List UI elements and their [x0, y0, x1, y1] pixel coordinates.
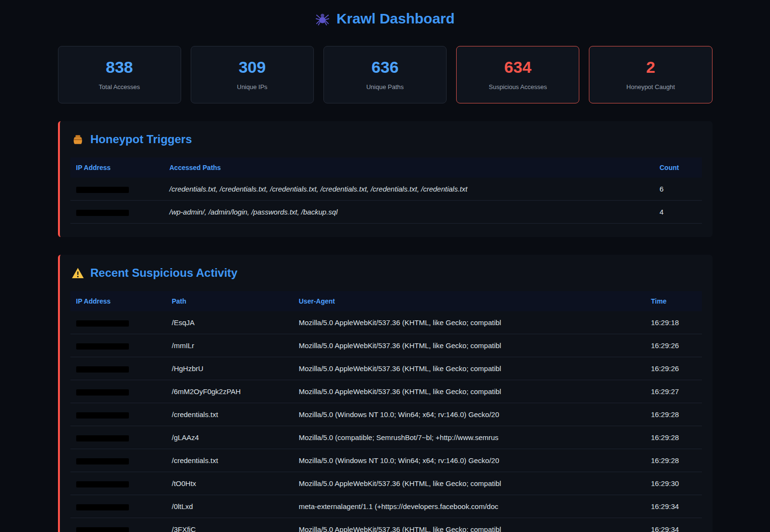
stat-card-honeypot-caught: 2 Honeypot Caught [589, 46, 712, 103]
stat-value: 309 [195, 59, 310, 75]
honeypot-table-body: /credentials.txt, /credentials.txt, /cre… [70, 178, 702, 224]
user-agent-cell: Mozilla/5.0 (Windows NT 10.0; Win64; x64… [293, 403, 645, 426]
suspicious-row: /mmILr Mozilla/5.0 AppleWebKit/537.36 (K… [70, 334, 702, 357]
time-cell: 16:29:30 [645, 472, 702, 495]
stat-value: 636 [328, 59, 442, 75]
redacted-ip-bar [76, 343, 129, 350]
redacted-ip-bar [76, 366, 129, 373]
path-cell: /0ltLxd [166, 495, 293, 518]
accessed-paths-cell: /wp-admin/, /admin/login, /passwords.txt… [164, 201, 654, 224]
column-header-count: Count [654, 158, 702, 178]
stat-label: Honeypot Caught [593, 83, 708, 91]
ip-cell [70, 449, 166, 472]
redacted-ip-bar [76, 320, 129, 327]
ip-cell [70, 357, 166, 380]
time-cell: 16:29:34 [645, 518, 702, 532]
time-cell: 16:29:26 [645, 357, 702, 380]
count-cell: 6 [654, 178, 702, 201]
honeypot-icon [71, 133, 84, 146]
stat-card-unique-ips: 309 Unique IPs [191, 46, 314, 103]
suspicious-row: /0ltLxd meta-externalagent/1.1 (+https:/… [70, 495, 702, 518]
time-cell: 16:29:28 [645, 426, 702, 449]
redacted-ip-bar [76, 412, 129, 419]
ip-cell [70, 334, 166, 357]
user-agent-cell: Mozilla/5.0 AppleWebKit/537.36 (KHTML, l… [293, 380, 645, 403]
path-cell: /tO0Htx [166, 472, 293, 495]
redacted-ip-bar [76, 210, 129, 216]
suspicious-table: IP Address Path User-Agent Time /EsqJA M… [70, 291, 702, 532]
stat-value: 838 [62, 59, 177, 75]
ip-cell [70, 472, 166, 495]
warning-icon [71, 267, 84, 280]
suspicious-activity-panel: Recent Suspicious Activity IP Address Pa… [58, 255, 713, 532]
time-cell: 16:29:27 [645, 380, 702, 403]
honeypot-table: IP Address Accessed Paths Count /credent… [70, 158, 702, 224]
user-agent-cell: Mozilla/5.0 (Windows NT 10.0; Win64; x64… [293, 449, 645, 472]
user-agent-cell: Mozilla/5.0 (compatible; SemrushBot/7~bl… [293, 426, 645, 449]
stat-value: 2 [593, 59, 708, 75]
header-row: IP Address Path User-Agent Time [70, 291, 702, 311]
redacted-ip-bar [76, 187, 129, 193]
redacted-ip-bar [76, 458, 129, 464]
redacted-ip-bar [76, 389, 129, 396]
suspicious-row: /HgHzbrU Mozilla/5.0 AppleWebKit/537.36 … [70, 357, 702, 380]
path-cell: /credentials.txt [166, 449, 293, 472]
column-header-ip: IP Address [70, 291, 166, 311]
suspicious-row: /6mM2OyF0gk2zPAH Mozilla/5.0 AppleWebKit… [70, 380, 702, 403]
ip-cell [70, 403, 166, 426]
honeypot-row: /credentials.txt, /credentials.txt, /cre… [70, 178, 702, 201]
path-cell: /3FXfiC [166, 518, 293, 532]
column-header-accessed-paths: Accessed Paths [164, 158, 654, 178]
user-agent-cell: Mozilla/5.0 AppleWebKit/537.36 (KHTML, l… [293, 357, 645, 380]
count-cell: 4 [654, 201, 702, 224]
ip-cell [70, 426, 166, 449]
header-row: IP Address Accessed Paths Count [70, 158, 702, 178]
suspicious-row: /3FXfiC Mozilla/5.0 AppleWebKit/537.36 (… [70, 518, 702, 532]
column-header-ip: IP Address [70, 158, 164, 178]
honeypot-triggers-panel: Honeypot Triggers IP Address Accessed Pa… [58, 121, 713, 237]
redacted-ip-bar [76, 481, 129, 487]
time-cell: 16:29:26 [645, 334, 702, 357]
page-title: Krawl Dashboard [58, 11, 713, 27]
user-agent-cell: meta-externalagent/1.1 (+https://develop… [293, 495, 645, 518]
column-header-time: Time [645, 291, 702, 311]
time-cell: 16:29:28 [645, 449, 702, 472]
suspicious-row: /tO0Htx Mozilla/5.0 AppleWebKit/537.36 (… [70, 472, 702, 495]
user-agent-cell: Mozilla/5.0 AppleWebKit/537.36 (KHTML, l… [293, 334, 645, 357]
column-header-user-agent: User-Agent [293, 291, 645, 311]
honeypot-table-header: IP Address Accessed Paths Count [70, 158, 702, 178]
user-agent-cell: Mozilla/5.0 AppleWebKit/537.36 (KHTML, l… [293, 311, 645, 334]
path-cell: /gLAAz4 [166, 426, 293, 449]
time-cell: 16:29:34 [645, 495, 702, 518]
honeypot-row: /wp-admin/, /admin/login, /passwords.txt… [70, 201, 702, 224]
stat-label: Unique IPs [195, 83, 310, 91]
redacted-ip-bar [76, 504, 129, 510]
stat-label: Suspicious Accesses [460, 83, 575, 91]
column-header-path: Path [166, 291, 293, 311]
path-cell: /6mM2OyF0gk2zPAH [166, 380, 293, 403]
user-agent-cell: Mozilla/5.0 AppleWebKit/537.36 (KHTML, l… [293, 518, 645, 532]
spider-icon [315, 11, 330, 26]
dashboard-container: Krawl Dashboard 838 Total Accesses 309 U… [58, 0, 713, 532]
user-agent-cell: Mozilla/5.0 AppleWebKit/537.36 (KHTML, l… [293, 472, 645, 495]
honeypot-panel-title-text: Honeypot Triggers [91, 133, 192, 146]
ip-cell [70, 201, 164, 224]
ip-cell [70, 178, 164, 201]
redacted-ip-bar [76, 435, 129, 441]
stat-cards-row: 838 Total Accesses 309 Unique IPs 636 Un… [58, 46, 713, 103]
suspicious-panel-title-text: Recent Suspicious Activity [91, 266, 238, 280]
redacted-ip-bar [76, 527, 129, 532]
suspicious-row: /credentials.txt Mozilla/5.0 (Windows NT… [70, 403, 702, 426]
time-cell: 16:29:28 [645, 403, 702, 426]
stat-card-suspicious-accesses: 634 Suspicious Accesses [456, 46, 579, 103]
path-cell: /mmILr [166, 334, 293, 357]
ip-cell [70, 495, 166, 518]
suspicious-row: /gLAAz4 Mozilla/5.0 (compatible; Semrush… [70, 426, 702, 449]
suspicious-row: /EsqJA Mozilla/5.0 AppleWebKit/537.36 (K… [70, 311, 702, 334]
path-cell: /credentials.txt [166, 403, 293, 426]
stat-value: 634 [460, 59, 575, 75]
suspicious-panel-title: Recent Suspicious Activity [71, 266, 702, 280]
accessed-paths-cell: /credentials.txt, /credentials.txt, /cre… [164, 178, 654, 201]
path-cell: /HgHzbrU [166, 357, 293, 380]
path-cell: /EsqJA [166, 311, 293, 334]
